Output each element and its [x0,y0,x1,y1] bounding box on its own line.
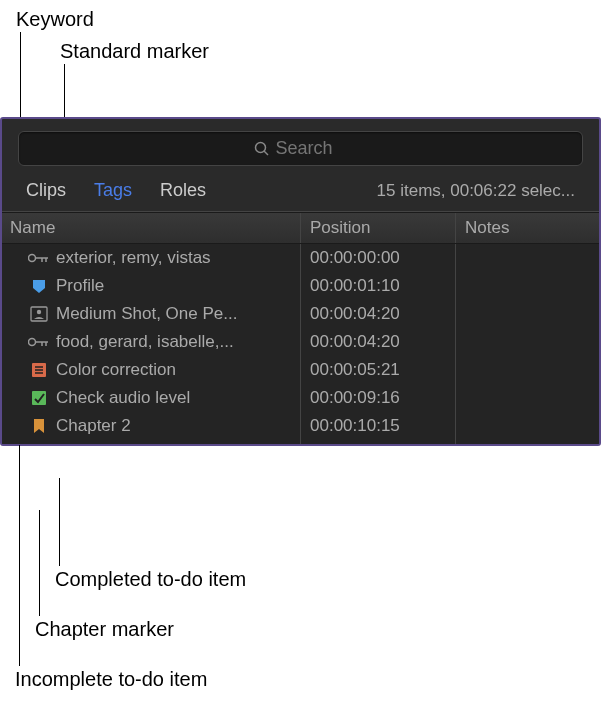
chapter-marker-icon [28,418,50,434]
tag-name: Color correction [50,360,310,380]
tag-name: Medium Shot, One Pe... [50,304,310,324]
svg-rect-16 [32,391,46,405]
tag-position: 00:00:04:20 [310,304,465,324]
tab-bar: Clips Tags Roles 15 items, 00:06:22 sele… [2,174,599,212]
callout-chapter-marker: Chapter marker [35,618,174,641]
column-divider[interactable] [455,244,456,444]
header-notes[interactable]: Notes [465,218,591,238]
incomplete-todo-icon [28,362,50,378]
callout-standard-marker: Standard marker [60,40,209,63]
callout-line [19,445,20,666]
tab-tags[interactable]: Tags [94,180,132,201]
selection-info: 15 items, 00:06:22 selec... [377,181,575,201]
keyword-icon [28,335,50,349]
svg-point-7 [37,310,41,314]
callout-completed-todo: Completed to-do item [55,568,246,591]
header-name[interactable]: Name [10,218,310,238]
search-icon [254,141,270,157]
svg-point-2 [29,255,36,262]
tab-clips[interactable]: Clips [26,180,66,201]
table-body: exterior, remy, vistas00:00:00:00Profile… [2,244,599,444]
search-input[interactable] [276,138,348,159]
standard-marker-icon [28,278,50,294]
callout-line [39,510,40,616]
tag-position: 00:00:09:16 [310,388,465,408]
callout-incomplete-todo: Incomplete to-do item [15,668,207,691]
tab-roles[interactable]: Roles [160,180,206,201]
header-position[interactable]: Position [310,218,465,238]
search-field[interactable] [18,131,583,166]
completed-todo-icon [28,390,50,406]
tag-position: 00:00:05:21 [310,360,465,380]
analysis-icon [28,306,50,322]
tag-name: Chapter 2 [50,416,310,436]
keyword-icon [28,251,50,265]
column-divider[interactable] [300,213,301,243]
tag-name: exterior, remy, vistas [50,248,310,268]
column-divider[interactable] [300,244,301,444]
svg-point-8 [29,339,36,346]
callout-line [59,478,60,566]
tag-name: Check audio level [50,388,310,408]
tag-name: food, gerard, isabelle,... [50,332,310,352]
tag-position: 00:00:10:15 [310,416,465,436]
table-header: Name Position Notes [2,212,599,244]
tag-position: 00:00:01:10 [310,276,465,296]
svg-line-1 [264,151,268,155]
callout-keyword: Keyword [16,8,94,31]
tag-name: Profile [50,276,310,296]
tags-panel: Clips Tags Roles 15 items, 00:06:22 sele… [0,117,601,446]
tag-position: 00:00:00:00 [310,248,465,268]
column-divider[interactable] [455,213,456,243]
tag-position: 00:00:04:20 [310,332,465,352]
